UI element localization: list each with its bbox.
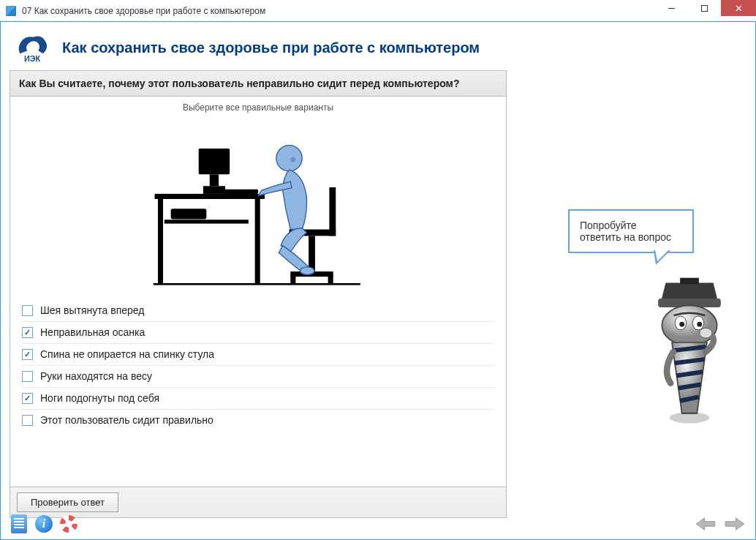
speech-line2: ответить на вопрос [580, 231, 682, 243]
page-title: Как сохранить свое здоровье при работе с… [62, 40, 480, 56]
posture-illustration [10, 119, 506, 294]
option-checkbox[interactable] [22, 349, 33, 360]
side-panel: Попробуйте ответить на вопрос [513, 70, 746, 518]
minimize-button[interactable] [655, 0, 688, 16]
options-list: Шея вытянута вперед Неправильная осанка … [10, 294, 506, 487]
svg-rect-21 [680, 278, 699, 285]
svg-point-33 [670, 412, 710, 423]
quiz-panel: Как Вы считаете, почему этот пользовател… [10, 70, 507, 518]
option-row[interactable]: Спина не опирается на спинку стула [22, 343, 494, 365]
svg-rect-4 [165, 220, 249, 223]
svg-point-25 [679, 322, 684, 327]
svg-rect-15 [328, 274, 333, 282]
svg-rect-7 [210, 174, 219, 186]
option-checkbox[interactable] [22, 415, 33, 426]
option-row[interactable]: Ноги подогнуты под себя [22, 387, 494, 409]
mascot-icon [646, 277, 733, 430]
window-title: 07 Как сохранить свое здоровье при работ… [22, 6, 265, 16]
option-row[interactable]: Шея вытянута вперед [22, 300, 494, 321]
option-row[interactable]: Руки находятся на весу [22, 365, 494, 387]
svg-point-19 [290, 157, 295, 162]
content-frame: ИЭК Как сохранить свое здоровье при рабо… [0, 22, 756, 540]
close-button[interactable]: ✕ [721, 0, 756, 16]
svg-rect-1 [154, 194, 264, 199]
option-label: Этот пользователь сидит правильно [40, 414, 213, 426]
svg-rect-2 [158, 199, 163, 283]
check-answer-button[interactable]: Проверить ответ [17, 492, 118, 512]
svg-point-22 [662, 305, 717, 345]
info-icon[interactable]: i [34, 514, 53, 533]
document-icon[interactable] [10, 514, 29, 533]
speech-bubble: Попробуйте ответить на вопрос [568, 209, 694, 253]
option-checkbox[interactable] [22, 327, 33, 338]
svg-rect-6 [199, 149, 230, 174]
svg-point-17 [276, 146, 302, 171]
option-row[interactable]: Неправильная осанка [22, 321, 494, 343]
instruction-text: Выберите все правильные варианты [10, 97, 506, 119]
bottom-toolbar: i [10, 514, 746, 533]
svg-rect-9 [222, 190, 258, 194]
option-label: Руки находятся на весу [40, 370, 152, 382]
option-label: Ноги подогнуты под себя [40, 392, 159, 404]
svg-rect-10 [329, 187, 336, 236]
svg-point-32 [700, 328, 712, 338]
option-label: Спина не опирается на спинку стула [40, 348, 214, 360]
svg-point-26 [697, 322, 702, 327]
window-controls: ✕ [655, 0, 756, 22]
svg-point-18 [300, 267, 314, 275]
svg-rect-16 [154, 283, 360, 285]
button-row: Проверить ответ [10, 487, 506, 517]
logo-icon: ИЭК [14, 32, 50, 63]
next-button[interactable] [723, 515, 746, 533]
app-icon [6, 6, 16, 16]
maximize-button[interactable] [688, 0, 721, 16]
svg-rect-8 [203, 186, 225, 194]
speech-line1: Попробуйте [580, 220, 682, 231]
option-checkbox[interactable] [22, 371, 33, 382]
svg-rect-5 [171, 209, 207, 219]
question-text: Как Вы считаете, почему этот пользовател… [10, 71, 506, 97]
option-label: Неправильная осанка [40, 326, 145, 338]
option-checkbox[interactable] [22, 393, 33, 404]
window-titlebar: 07 Как сохранить свое здоровье при работ… [0, 0, 756, 22]
prev-button[interactable] [694, 515, 717, 533]
help-icon[interactable] [59, 514, 78, 533]
header: ИЭК Как сохранить свое здоровье при рабо… [10, 29, 746, 70]
main-area: Как Вы считаете, почему этот пользовател… [10, 70, 746, 518]
svg-rect-14 [290, 274, 295, 282]
svg-text:ИЭК: ИЭК [24, 54, 40, 63]
option-label: Шея вытянута вперед [40, 304, 144, 316]
option-row[interactable]: Этот пользователь сидит правильно [22, 409, 494, 431]
option-checkbox[interactable] [22, 305, 33, 316]
svg-rect-3 [255, 199, 260, 283]
